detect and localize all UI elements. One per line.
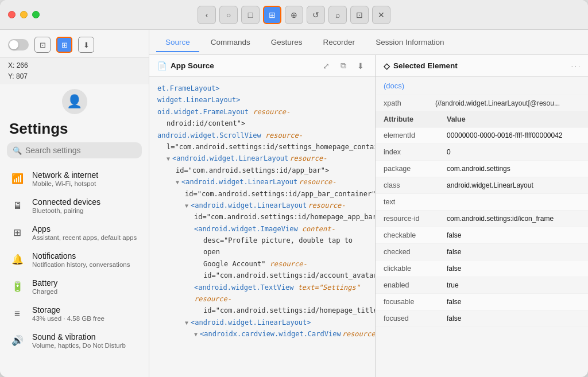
source-doc-icon: 📄	[157, 61, 167, 71]
attr-row: focused false	[376, 310, 588, 327]
crop-button[interactable]: ⊡	[350, 6, 369, 24]
element-panel: ◇ Selected Element · · · (docs) xpath (/…	[376, 55, 588, 377]
tab-gestures[interactable]: Gestures	[262, 33, 312, 52]
attr-row: class android.widget.LinearLayout	[376, 177, 588, 194]
search-box[interactable]: 🔍	[7, 142, 142, 158]
attr-row: index 0	[376, 144, 588, 161]
header-value: Value	[447, 115, 580, 123]
tree-arrow[interactable]: ▼	[176, 177, 179, 187]
avatar: 👤	[62, 89, 87, 114]
attr-row: elementId 00000000-0000-0016-ffff-ffff00…	[376, 127, 588, 144]
xml-tree-row: ▼ <android.widget.LinearLayout resource-	[157, 176, 367, 188]
sidebar-item-storage[interactable]: ≡ Storage 43% used · 4.58 GB free	[0, 300, 149, 327]
tree-arrow[interactable]: ▼	[185, 318, 188, 328]
tab-recorder[interactable]: Recorder	[314, 33, 365, 52]
docs-link[interactable]: (docs)	[376, 77, 588, 95]
battery-icon: 🔋	[9, 279, 25, 295]
notifications-icon: 🔔	[9, 252, 25, 268]
sidebar-item-battery[interactable]: 🔋 Battery Charged	[0, 273, 149, 300]
nav-buttons: ‹ ○ □ ⊞ ⊕ ↺ ⌕ ⊡ ✕	[198, 6, 390, 24]
square-button[interactable]: □	[241, 6, 260, 24]
tree-arrow[interactable]: ▼	[185, 201, 188, 211]
search-input[interactable]	[25, 146, 136, 155]
close-window-button[interactable]	[8, 11, 16, 18]
right-panel: Source Commands Gestures Recorder Sessio…	[149, 30, 588, 377]
globe-button[interactable]: ⊕	[285, 6, 303, 24]
search-button[interactable]: ⌕	[328, 6, 347, 24]
sidebar-item-sound[interactable]: 🔊 Sound & vibration Volume, haptics, Do …	[0, 327, 149, 354]
titlebar: ‹ ○ □ ⊞ ⊕ ↺ ⌕ ⊡ ✕	[0, 0, 588, 30]
x-coord: X: 266	[8, 60, 141, 71]
search-icon: 🔍	[13, 146, 22, 155]
back-button[interactable]: ‹	[198, 6, 216, 24]
xml-line: oid.widget.FrameLayout resource-	[157, 106, 367, 118]
storage-subtitle: 43% used · 4.58 GB free	[32, 315, 105, 322]
expand-icon[interactable]: ⤢	[320, 60, 332, 72]
attr-table: Attribute Value elementId 00000000-0000-…	[376, 112, 588, 327]
tab-commands[interactable]: Commands	[202, 33, 260, 52]
tab-session[interactable]: Session Information	[366, 33, 453, 52]
home-button[interactable]: ○	[219, 6, 238, 24]
sidebar-item-notifications[interactable]: 🔔 Notifications Notification history, co…	[0, 246, 149, 273]
tab-source[interactable]: Source	[156, 33, 199, 52]
battery-subtitle: Charged	[32, 288, 57, 295]
download-source-icon[interactable]: ⬇	[354, 60, 367, 72]
connected-icon: 🖥	[9, 198, 25, 214]
refresh-button[interactable]: ↺	[307, 6, 325, 24]
element-dots[interactable]: · · ·	[571, 63, 580, 69]
sidebar-item-apps[interactable]: ⊞ Apps Assistant, recent apps, default a…	[0, 219, 149, 246]
close-button[interactable]: ✕	[372, 6, 390, 24]
source-title: 📄 App Source	[157, 61, 214, 71]
xml-tree-row: ▼ <androidx.cardview.widget.CardView res…	[157, 328, 367, 340]
storage-icon: ≡	[9, 306, 25, 322]
sidebar-nav: 📶 Network & internet Mobile, Wi-Fi, hots…	[0, 163, 149, 377]
xml-line: desc="Profile picture, double tap to ope…	[157, 235, 367, 258]
attr-row: resource-id com.android.settings:id/icon…	[376, 211, 588, 227]
xpath-label: xpath	[384, 99, 435, 107]
download-button[interactable]: ⬇	[78, 37, 94, 53]
tab-bar: Source Commands Gestures Recorder Sessio…	[149, 30, 588, 55]
xml-line: Google Account" resource-	[157, 258, 367, 270]
source-actions: ⤢ ⧉ ⬇	[320, 60, 367, 72]
header-attribute: Attribute	[384, 115, 447, 123]
element-title: ◇ Selected Element	[384, 61, 458, 71]
battery-title: Battery	[32, 278, 57, 287]
xpath-row: xpath (//android.widget.LinearLayout[@re…	[376, 95, 588, 112]
minimize-window-button[interactable]	[20, 11, 28, 18]
app-window: ‹ ○ □ ⊞ ⊕ ↺ ⌕ ⊡ ✕ ⊡ ⊞ ⬇ X: 266 Y: 80	[0, 0, 588, 377]
xml-tree-row: ▼ <android.widget.LinearLayout resource-	[157, 200, 367, 211]
sidebar-item-connected[interactable]: 🖥 Connected devices Bluetooth, pairing	[0, 192, 149, 219]
attr-row: package com.android.settings	[376, 161, 588, 177]
network-title: Network & internet	[32, 170, 98, 180]
source-content[interactable]: et.FrameLayout> widget.LinearLayout> oid…	[149, 77, 375, 377]
screenshot-button[interactable]: ⊡	[34, 37, 51, 53]
sound-icon: 🔊	[9, 333, 25, 349]
element-content: (docs) xpath (//android.widget.LinearLay…	[376, 77, 588, 377]
notifications-title: Notifications	[32, 251, 130, 261]
apps-title: Apps	[32, 224, 137, 234]
xml-line: id="com.android.settings:id/account_avat…	[157, 270, 367, 281]
inspector-button[interactable]: ⊞	[56, 37, 72, 53]
sidebar: ⊡ ⊞ ⬇ X: 266 Y: 807 👤 Settings 🔍 📶	[0, 30, 149, 377]
settings-title: Settings	[0, 119, 149, 142]
xml-tree-row: ▼ <android.widget.LinearLayout resource-	[157, 153, 367, 164]
apps-subtitle: Assistant, recent apps, default apps	[32, 234, 137, 241]
source-header: 📄 App Source ⤢ ⧉ ⬇	[149, 55, 375, 77]
coords-area: X: 266 Y: 807	[0, 58, 149, 84]
toggle-knob	[9, 40, 18, 49]
attr-row: clickable false	[376, 261, 588, 277]
toggle-switch[interactable]	[8, 39, 29, 50]
maximize-window-button[interactable]	[32, 11, 40, 18]
attr-table-header: Attribute Value	[376, 112, 588, 127]
tree-arrow[interactable]: ▼	[167, 154, 170, 164]
tree-arrow[interactable]: ▼	[194, 329, 198, 339]
grid-button[interactable]: ⊞	[263, 6, 281, 24]
xml-line: widget.LinearLayout>	[157, 94, 367, 106]
sidebar-item-network[interactable]: 📶 Network & internet Mobile, Wi-Fi, hots…	[0, 165, 149, 192]
y-coord: Y: 807	[8, 71, 141, 82]
xml-tree-row: ▼ <android.widget.LinearLayout>	[157, 317, 367, 328]
copy-icon[interactable]: ⧉	[337, 60, 350, 72]
xml-line: et.FrameLayout>	[157, 83, 367, 94]
attr-row: text	[376, 194, 588, 211]
xml-line: id="com.android.settings:id/homepage_app…	[157, 211, 367, 223]
